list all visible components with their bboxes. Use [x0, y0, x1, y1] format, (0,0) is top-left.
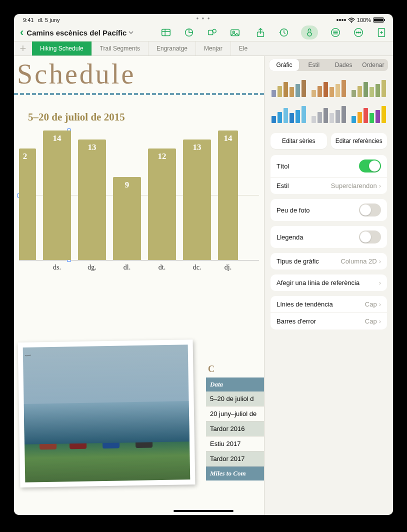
panel-segmented-control[interactable]: Gràfic Estil Dades Ordenar — [270, 59, 388, 71]
table-row[interactable]: 5–20 de juliol d — [206, 392, 264, 406]
chevron-right-icon: › — [379, 318, 381, 325]
seg-grafic[interactable]: Gràfic — [270, 59, 299, 71]
bar: 14 — [43, 130, 71, 260]
table-footer: Miles to Com — [206, 466, 264, 480]
history-icon[interactable] — [278, 27, 289, 38]
svg-point-12 — [358, 32, 359, 33]
data-table[interactable]: C Data 5–20 de juliol d 20 juny–juliol d… — [206, 364, 264, 480]
table-row[interactable]: 20 juny–juliol de — [206, 406, 264, 422]
error-bars-row[interactable]: Barres d'error Cap› — [270, 312, 387, 330]
sheet-tab-segments[interactable]: Trail Segments — [92, 42, 148, 56]
chart-style-option[interactable] — [310, 104, 346, 126]
caption-row: Peu de foto — [270, 199, 387, 221]
title-style-row[interactable]: Estil Superclarendon› — [270, 177, 387, 194]
caption-toggle[interactable] — [359, 204, 381, 216]
title-toggle[interactable] — [359, 160, 381, 172]
table-row[interactable]: Estiu 2017 — [206, 436, 264, 452]
sheet-tab-ele[interactable]: Ele — [231, 42, 256, 56]
table-row[interactable]: Tardor 2017 — [206, 452, 264, 466]
chart-title: 5–20 de juliol de 2015 — [19, 107, 259, 130]
seg-dades[interactable]: Dades — [329, 59, 358, 71]
chevron-right-icon: › — [379, 182, 381, 190]
bird-icon: 〰 — [25, 352, 31, 360]
sheet-tab-menjar[interactable]: Menjar — [196, 42, 231, 56]
chart-style-option[interactable] — [310, 78, 346, 100]
chart-style-grid — [264, 76, 393, 130]
legend-toggle[interactable] — [359, 230, 381, 244]
bar: 12 — [148, 148, 176, 260]
table-heading: C — [206, 364, 264, 378]
insert-media-icon[interactable] — [230, 27, 240, 38]
insert-table-icon[interactable] — [160, 27, 172, 38]
share-icon[interactable] — [255, 27, 266, 38]
sheet-tab-engranatge[interactable]: Engranatge — [148, 42, 196, 56]
chart-style-option[interactable] — [270, 104, 306, 126]
add-reference-line-row[interactable]: Afegir una línia de referència › — [270, 274, 387, 291]
seg-estil[interactable]: Estil — [299, 59, 328, 71]
svg-point-11 — [356, 32, 357, 33]
title-row: Títol — [270, 155, 387, 177]
photo-object[interactable]: 〰 — [18, 340, 195, 488]
chart-bars: 2 14 13 9 12 13 14 — [19, 130, 259, 260]
canvas-area[interactable]: Schedule 5–20 de juliol de 2015 2 14 13 … — [14, 56, 264, 515]
seg-ordenar[interactable]: Ordenar — [358, 59, 388, 71]
document-title[interactable]: Camins escènics del Pacífic — [26, 28, 134, 37]
toolbar: ‹ Camins escènics del Pacífic — [14, 24, 393, 41]
format-panel: Gràfic Estil Dades Ordenar Editar sèries… — [264, 56, 393, 515]
edit-series-button[interactable]: Editar sèries — [270, 133, 327, 149]
svg-point-13 — [360, 32, 361, 33]
add-sheet-button[interactable]: + — [14, 42, 32, 56]
chart-style-option[interactable] — [270, 78, 306, 100]
legend-row: Llegenda — [270, 226, 387, 248]
chevron-down-icon — [128, 30, 134, 35]
bar: 13 — [78, 140, 106, 260]
bar: 9 — [113, 177, 141, 260]
svg-point-0 — [351, 22, 352, 22]
chevron-right-icon: › — [379, 279, 381, 286]
back-button[interactable]: ‹ — [20, 26, 24, 39]
chart-x-axis: ds. dg. dl. dt. dc. dj. — [19, 260, 259, 272]
home-indicator[interactable] — [174, 510, 234, 512]
bar: 14 — [218, 130, 238, 260]
table-row[interactable]: Tardor 2016 — [206, 422, 264, 436]
chevron-right-icon: › — [379, 258, 381, 265]
bar: 2 — [19, 148, 36, 260]
page-title: Schedule — [14, 56, 264, 90]
chart[interactable]: 5–20 de juliol de 2015 2 14 13 9 12 13 1… — [14, 107, 264, 272]
svg-rect-1 — [162, 30, 170, 36]
bar: 13 — [183, 140, 211, 260]
table-column-header: Data — [206, 378, 264, 392]
sheet-tab-hiking[interactable]: Hiking Schedule — [32, 42, 92, 56]
chart-style-option[interactable] — [351, 78, 387, 100]
more-icon[interactable] — [353, 27, 364, 38]
chart-style-option[interactable] — [351, 104, 387, 126]
edit-references-button[interactable]: Editar referències — [331, 133, 388, 149]
photo-image: 〰 — [23, 344, 190, 482]
multitask-grabber[interactable]: ● ● ● — [14, 16, 393, 20]
chart-type-row[interactable]: Tipus de gràfic Columna 2D› — [270, 253, 387, 270]
insert-shape-icon[interactable] — [206, 27, 218, 38]
insert-chart-icon[interactable] — [184, 27, 194, 38]
organize-icon[interactable] — [330, 27, 341, 38]
chevron-right-icon: › — [379, 300, 381, 308]
battery-icon — [373, 18, 384, 22]
sheet-tabs: + Hiking Schedule Trail Segments Engrana… — [14, 41, 393, 56]
new-sheet-icon[interactable] — [376, 27, 387, 38]
trendlines-row[interactable]: Línies de tendència Cap› — [270, 296, 387, 312]
format-brush-button[interactable] — [301, 26, 318, 40]
divider — [14, 93, 264, 95]
